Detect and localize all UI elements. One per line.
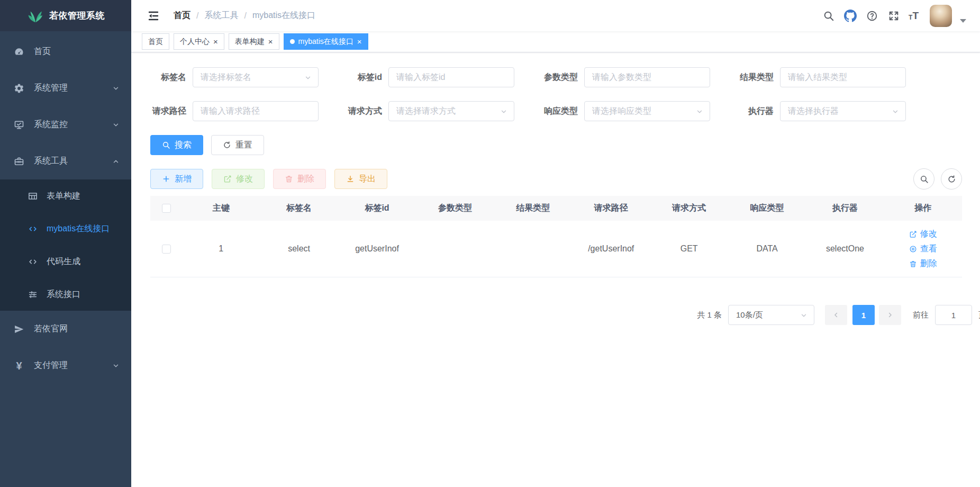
- reset-button[interactable]: 重置: [211, 135, 264, 155]
- cell-executor: selectOne: [806, 244, 884, 254]
- sidebar-item-label: mybatis在线接口: [47, 223, 120, 235]
- cell-actions: 修改 查看 删除: [884, 227, 962, 271]
- page-number-1[interactable]: 1: [852, 305, 875, 325]
- column-header: 标签id: [338, 203, 416, 214]
- close-icon[interactable]: ×: [213, 38, 218, 46]
- result-type-input[interactable]: [788, 73, 898, 82]
- tag-mybatis-api[interactable]: mybatis在线接口 ×: [284, 33, 368, 50]
- sidebar: 若依管理系统 首页 系统管理 系统监控 系统工具 表单构建: [0, 0, 131, 487]
- sidebar-item-system-api[interactable]: 系统接口: [0, 278, 131, 311]
- sidebar-item-system-tools[interactable]: 系统工具: [0, 143, 131, 179]
- next-page-button[interactable]: [879, 305, 901, 325]
- page-size-select[interactable]: 10条/页: [728, 305, 814, 325]
- row-checkbox[interactable]: [162, 245, 171, 254]
- sidebar-item-label: 支付管理: [34, 360, 112, 371]
- tag-home[interactable]: 首页: [142, 33, 169, 50]
- header-search-icon[interactable]: [822, 9, 836, 23]
- filter-result-type: 结果类型: [738, 67, 906, 87]
- prev-page-button[interactable]: [825, 305, 847, 325]
- download-icon: [346, 175, 355, 183]
- close-icon[interactable]: ×: [268, 38, 273, 46]
- data-table: 主键 标签名 标签id 参数类型 结果类型 请求路径 请求方式 响应类型 执行器…: [150, 196, 962, 277]
- export-button-label: 导出: [359, 174, 376, 185]
- table-search-button[interactable]: [913, 168, 934, 190]
- app-logo[interactable]: 若依管理系统: [0, 0, 131, 31]
- help-icon[interactable]: [865, 9, 879, 23]
- chevron-down-icon: [304, 74, 312, 82]
- search-icon: [920, 175, 929, 184]
- breadcrumb-home[interactable]: 首页: [174, 10, 190, 21]
- chevron-down-icon: [892, 108, 899, 115]
- font-size-icon[interactable]: TT: [909, 11, 919, 21]
- row-delete-label: 删除: [920, 256, 937, 271]
- sidebar-item-official-site[interactable]: 若依官网: [0, 311, 131, 347]
- filter-label: 执行器: [738, 106, 774, 117]
- avatar[interactable]: [930, 5, 952, 27]
- sidebar-item-form-builder[interactable]: 表单构建: [0, 179, 131, 212]
- breadcrumb-current: mybatis在线接口: [252, 10, 315, 21]
- add-button[interactable]: 新增: [150, 169, 203, 189]
- app-title: 若依管理系统: [49, 10, 105, 22]
- search-button[interactable]: 搜索: [150, 135, 203, 155]
- column-header: 响应类型: [728, 203, 806, 214]
- param-type-input-wrap: [584, 67, 710, 87]
- filter-label: 标签名: [150, 72, 186, 83]
- sidebar-item-system-manage[interactable]: 系统管理: [0, 70, 131, 106]
- sidebar-item-label: 系统监控: [34, 119, 112, 130]
- select-placeholder: 请选择标签名: [201, 72, 251, 83]
- filter-label: 结果类型: [738, 72, 774, 83]
- close-icon[interactable]: ×: [357, 38, 362, 46]
- request-method-select[interactable]: 请选择请求方式: [388, 101, 514, 121]
- response-type-select[interactable]: 请选择响应类型: [584, 101, 710, 121]
- reset-button-label: 重置: [235, 140, 252, 151]
- chevron-down-icon: [800, 312, 807, 319]
- tag-profile[interactable]: 个人中心 ×: [174, 33, 224, 50]
- row-edit-link[interactable]: 修改: [884, 227, 962, 241]
- edit-button[interactable]: 修改: [212, 169, 265, 189]
- sidebar-item-home[interactable]: 首页: [0, 33, 131, 70]
- delete-button-label: 删除: [297, 174, 314, 185]
- sidebar-item-code-gen[interactable]: 代码生成: [0, 245, 131, 278]
- chevron-down-icon: [500, 108, 507, 115]
- column-header: 标签名: [260, 203, 338, 214]
- edit-icon: [909, 230, 917, 238]
- table-icon: [28, 191, 38, 201]
- avatar-caret-down-icon[interactable]: [960, 19, 966, 23]
- sidebar-item-payment-manage[interactable]: ¥ 支付管理: [0, 347, 131, 384]
- filter-label: 响应类型: [542, 106, 578, 117]
- delete-button[interactable]: 删除: [273, 169, 326, 189]
- tag-name-select[interactable]: 请选择标签名: [193, 67, 319, 87]
- sidebar-item-label: 若依官网: [34, 323, 120, 335]
- table-toolbar: 新增 修改 删除 导出: [150, 168, 962, 190]
- sidebar-item-system-monitor[interactable]: 系统监控: [0, 106, 131, 143]
- export-button[interactable]: 导出: [334, 169, 387, 189]
- table-refresh-button[interactable]: [941, 168, 962, 190]
- tag-id-input[interactable]: [396, 73, 506, 82]
- fullscreen-icon[interactable]: [887, 9, 901, 23]
- filter-label: 请求路径: [150, 106, 186, 117]
- param-type-input[interactable]: [592, 73, 702, 82]
- sidebar-item-mybatis-api[interactable]: mybatis在线接口: [0, 212, 131, 245]
- select-all-checkbox[interactable]: [162, 204, 171, 213]
- code-icon: [28, 257, 38, 267]
- sidebar-item-label: 系统接口: [47, 289, 120, 300]
- filter-row-2: 请求路径 请求方式 请选择请求方式 响应类型 请选择响应类型 执行器 请选择执行…: [150, 101, 962, 121]
- tag-label: mybatis在线接口: [298, 37, 353, 47]
- executor-select[interactable]: 请选择执行器: [780, 101, 906, 121]
- logo-leaf-icon: [26, 8, 44, 24]
- search-actions: 搜索 重置: [150, 135, 962, 155]
- sidebar-menu: 首页 系统管理 系统监控 系统工具 表单构建 mybatis在线接口: [0, 31, 131, 384]
- sidebar-submenu-system-tools: 表单构建 mybatis在线接口 代码生成 系统接口: [0, 179, 131, 311]
- filter-label: 标签id: [346, 72, 382, 83]
- filter-request-path: 请求路径: [150, 101, 319, 121]
- request-path-input[interactable]: [201, 106, 311, 116]
- page-size-value: 10条/页: [736, 310, 763, 320]
- row-delete-link[interactable]: 删除: [884, 256, 962, 271]
- github-icon[interactable]: [843, 9, 857, 23]
- tag-form-builder[interactable]: 表单构建 ×: [229, 33, 279, 50]
- row-view-link[interactable]: 查看: [884, 241, 962, 256]
- sidebar-collapse-icon[interactable]: [147, 10, 160, 22]
- filter-label: 请求方式: [346, 106, 382, 117]
- table-header-row: 主键 标签名 标签id 参数类型 结果类型 请求路径 请求方式 响应类型 执行器…: [150, 196, 962, 221]
- goto-page-input[interactable]: [935, 305, 972, 325]
